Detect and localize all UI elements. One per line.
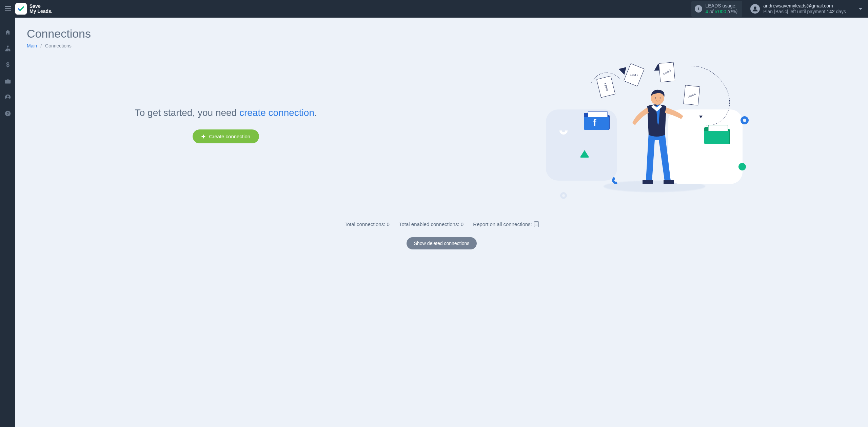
breadcrumb-current: Connections: [45, 43, 72, 48]
sidebar-item-billing[interactable]: $: [0, 60, 15, 69]
plus-icon: ✚: [201, 134, 205, 139]
sidebar-item-account[interactable]: [0, 93, 15, 102]
leads-usage-widget[interactable]: i LEADS usage: 4 of 5'000 (0%): [691, 1, 743, 17]
main-content: Connections Main / Connections To get st…: [15, 18, 868, 427]
ring-soft: [560, 192, 567, 199]
home-icon: [5, 29, 11, 35]
top-bar: Save My Leads. i LEADS usage: 4 of 5'000…: [0, 0, 868, 18]
content-row: To get started, you need create connecti…: [27, 59, 856, 201]
svg-point-3: [7, 96, 9, 98]
chevron-down-icon: [858, 7, 863, 11]
illustration-column: f Lead 1 Lead 2 Lead 3 Lead 4: [432, 59, 856, 201]
topbar-right: i LEADS usage: 4 of 5'000 (0%) andrewsav…: [691, 0, 868, 18]
sidebar-item-help[interactable]: ?: [0, 109, 15, 118]
leads-usage-value: 4 of 5'000 (0%): [706, 9, 738, 15]
user-circle-icon: [5, 94, 11, 100]
triangle-deco: [580, 150, 589, 158]
topbar-chevron[interactable]: [853, 0, 868, 18]
stat-enabled: Total enabled connections: 0: [399, 221, 463, 227]
cta-column: To get started, you need create connecti…: [27, 59, 425, 143]
brand-logo[interactable]: Save My Leads.: [15, 3, 53, 15]
sidebar-item-home[interactable]: [0, 28, 15, 37]
svg-point-11: [659, 98, 660, 99]
avatar: [750, 4, 760, 14]
breadcrumb-sep: /: [40, 43, 42, 48]
page-title: Connections: [27, 27, 856, 40]
illustration: f Lead 1 Lead 2 Lead 3 Lead 4: [546, 59, 743, 201]
menu-toggle[interactable]: [0, 0, 15, 18]
create-connection-button[interactable]: ✚ Create connection: [193, 129, 259, 143]
sidebar: $ ?: [0, 18, 15, 427]
breadcrumb-main[interactable]: Main: [27, 43, 37, 48]
checkmark-icon: [17, 5, 25, 13]
dot-green: [738, 163, 746, 170]
cta-text: To get started, you need create connecti…: [27, 106, 425, 119]
stat-report: Report on all connections:: [473, 221, 538, 227]
svg-point-0: [754, 6, 756, 9]
leads-usage-text: LEADS usage: 4 of 5'000 (0%): [706, 3, 738, 15]
brand-name: Save My Leads.: [29, 4, 53, 14]
stats-row: Total connections: 0 Total enabled conne…: [27, 221, 856, 249]
hamburger-icon: [5, 6, 11, 11]
svg-text:$: $: [6, 61, 9, 68]
leads-usage-label: LEADS usage:: [706, 3, 738, 9]
doc-lead-3: Lead 3: [658, 62, 675, 82]
user-email: andrewsavemyleads@gmail.com: [763, 3, 846, 9]
user-menu[interactable]: andrewsavemyleads@gmail.com Plan |Basic|…: [750, 3, 846, 15]
arrow-icon: [699, 116, 703, 118]
sitemap-icon: [5, 45, 11, 52]
briefcase-icon: [5, 78, 11, 84]
ring-blue: [741, 116, 749, 124]
doc-lead-4: Lead 4: [683, 85, 700, 105]
create-connection-link[interactable]: create connection: [239, 107, 314, 118]
person-illustration: [632, 82, 673, 187]
question-icon: ?: [5, 110, 11, 117]
logo-mark: [15, 3, 27, 15]
svg-point-10: [655, 98, 656, 99]
user-plan: Plan |Basic| left until payment 142 days: [763, 9, 846, 15]
stat-total: Total connections: 0: [344, 221, 390, 227]
info-icon: i: [695, 5, 702, 13]
sidebar-item-connections[interactable]: [0, 44, 15, 53]
user-text: andrewsavemyleads@gmail.com Plan |Basic|…: [763, 3, 846, 15]
svg-text:?: ?: [6, 111, 9, 116]
svg-text:f: f: [593, 117, 596, 128]
show-deleted-button[interactable]: Show deleted connections: [407, 237, 477, 249]
sidebar-item-work[interactable]: [0, 77, 15, 85]
breadcrumb: Main / Connections: [27, 43, 856, 48]
user-icon: [752, 6, 758, 12]
dollar-icon: $: [6, 61, 10, 68]
folder-facebook: f: [583, 109, 610, 131]
document-icon[interactable]: [534, 221, 539, 227]
folder-target: [704, 124, 731, 145]
